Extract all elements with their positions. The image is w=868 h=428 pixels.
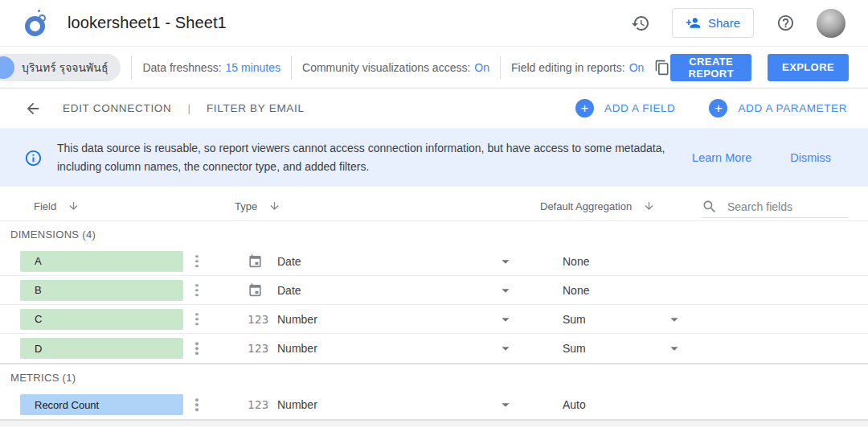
type-dropdown-button[interactable]: [497, 253, 514, 270]
page-title: lookersheet1 - Sheet1: [68, 14, 227, 32]
filter-by-email-link[interactable]: FILTER BY EMAIL: [207, 102, 305, 114]
field-row: C 123 Number Sum: [0, 305, 868, 334]
learn-more-link[interactable]: Learn More: [692, 151, 751, 164]
aggregation-dropdown-button[interactable]: [665, 311, 683, 328]
edit-connection-link[interactable]: EDIT CONNECTION: [63, 102, 172, 114]
more-options-button[interactable]: [192, 252, 202, 271]
toolbar-separator: |: [188, 102, 190, 114]
field-type-label: Date: [277, 255, 301, 268]
chevron-down-icon: [497, 340, 514, 357]
number-icon: 123: [248, 313, 269, 326]
column-header-field[interactable]: Field: [34, 200, 80, 212]
community-visualizations-access[interactable]: Community visualizations access: On: [302, 61, 489, 74]
aggregation-value: None: [563, 255, 589, 268]
search-icon: [702, 199, 718, 215]
calendar-icon: [248, 253, 263, 269]
section-rows: Record Count 123 Number Auto: [0, 390, 868, 419]
owner-name: บุรินทร์ รุจจนพันธุ์: [22, 59, 108, 76]
help-button[interactable]: [775, 13, 796, 34]
person-add-icon: [686, 15, 701, 31]
chevron-down-icon: [497, 282, 514, 299]
version-history-button[interactable]: [630, 13, 651, 34]
aggregation-value: Sum: [563, 342, 586, 355]
aggregation-value: None: [563, 284, 589, 297]
connection-toolbar: EDIT CONNECTION | FILTER BY EMAIL + ADD …: [0, 88, 868, 129]
field-section: DIMENSIONS (4) A Date None B Date None: [0, 221, 868, 364]
field-name-chip[interactable]: B: [20, 280, 183, 301]
type-dropdown-button[interactable]: [497, 340, 514, 357]
field-editing-value[interactable]: On: [629, 61, 645, 74]
more-options-button[interactable]: [192, 395, 202, 414]
owner-chip[interactable]: บุรินทร์ รุจจนพันธุ์: [0, 54, 121, 81]
section-label: DIMENSIONS (4): [0, 221, 868, 247]
field-type-label: Number: [277, 342, 317, 355]
field-table-header: Field Type Default Aggregation: [0, 191, 868, 221]
user-avatar[interactable]: [817, 9, 845, 38]
more-options-button[interactable]: [192, 339, 202, 358]
number-icon: 123: [248, 342, 269, 355]
field-table-body: DIMENSIONS (4) A Date None B Date None: [0, 221, 868, 421]
copy-button[interactable]: [654, 60, 670, 76]
field-editing-in-reports[interactable]: Field editing in reports: On: [511, 60, 670, 76]
field-name-chip[interactable]: A: [20, 251, 183, 272]
field-type-label: Number: [277, 313, 317, 326]
field-name-chip[interactable]: Record Count: [20, 394, 183, 415]
divider: [291, 56, 292, 79]
search-fields: [702, 195, 848, 218]
plus-icon: +: [709, 99, 727, 117]
field-row: A Date None: [0, 247, 868, 276]
plus-icon: +: [575, 99, 594, 117]
column-header-aggregation[interactable]: Default Aggregation: [540, 200, 655, 212]
history-icon: [631, 14, 650, 33]
aggregation-dropdown-button[interactable]: [665, 340, 683, 357]
back-button[interactable]: [24, 100, 42, 117]
search-fields-input[interactable]: [727, 200, 840, 213]
community-access-value[interactable]: On: [474, 61, 489, 74]
add-parameter-label: ADD A PARAMETER: [738, 102, 847, 114]
type-dropdown-button[interactable]: [497, 282, 514, 299]
app-header: lookersheet1 - Sheet1 Share: [0, 0, 868, 47]
status-bar: บุรินทร์ รุจจนพันธุ์ Data freshness: 15 …: [0, 47, 868, 88]
field-type-label: Number: [277, 398, 317, 411]
create-report-button[interactable]: CREATE REPORT: [670, 54, 751, 81]
aggregation-value: Auto: [563, 398, 586, 411]
arrow-back-icon: [24, 100, 42, 117]
add-field-label: ADD A FIELD: [604, 102, 675, 114]
data-freshness[interactable]: Data freshness: 15 minutes: [142, 61, 280, 74]
info-icon: [24, 149, 43, 167]
field-section: METRICS (1) Record Count 123 Number Auto: [0, 364, 868, 421]
aggregation-value: Sum: [563, 313, 586, 326]
field-name-chip[interactable]: C: [20, 309, 183, 330]
share-button[interactable]: Share: [672, 8, 754, 38]
looker-studio-logo: [24, 9, 48, 38]
add-field-button[interactable]: + ADD A FIELD: [575, 99, 675, 117]
type-dropdown-button[interactable]: [497, 396, 514, 414]
divider: [500, 56, 501, 79]
info-banner: This data source is reusable, so report …: [0, 129, 868, 187]
banner-message: This data source is reusable, so report …: [57, 139, 668, 176]
dismiss-link[interactable]: Dismiss: [790, 151, 831, 164]
share-button-label: Share: [708, 16, 740, 30]
chevron-down-icon: [497, 396, 514, 414]
column-header-type[interactable]: Type: [235, 200, 280, 212]
more-options-button[interactable]: [192, 281, 202, 300]
add-parameter-button[interactable]: + ADD A PARAMETER: [709, 99, 847, 117]
help-icon: [776, 14, 795, 32]
chevron-down-icon: [665, 340, 683, 357]
field-row: B Date None: [0, 276, 868, 305]
type-dropdown-button[interactable]: [497, 311, 514, 328]
owner-avatar: [0, 56, 14, 79]
data-freshness-value[interactable]: 15 minutes: [226, 61, 280, 74]
field-name-chip[interactable]: D: [20, 338, 183, 359]
more-options-button[interactable]: [192, 310, 202, 329]
field-row: D 123 Number Sum: [0, 334, 868, 363]
number-icon: 123: [248, 398, 269, 411]
copy-icon: [654, 60, 670, 76]
explore-button[interactable]: EXPLORE: [768, 54, 849, 81]
field-type-label: Date: [277, 284, 301, 297]
chevron-down-icon: [497, 311, 514, 328]
sort-arrow-icon: [643, 200, 655, 212]
section-label: METRICS (1): [0, 364, 868, 390]
chevron-down-icon: [665, 311, 683, 328]
sort-arrow-icon: [268, 200, 280, 212]
